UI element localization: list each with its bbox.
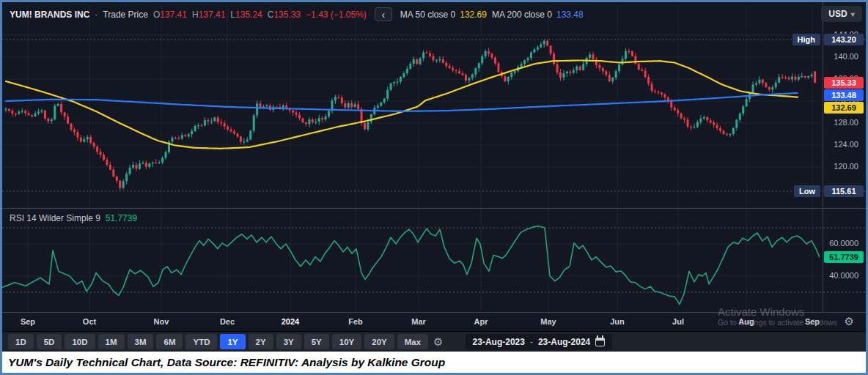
currency-dropdown[interactable]: USD ▾	[821, 6, 862, 22]
chevron-down-icon: ▾	[851, 10, 855, 18]
range-button-6m[interactable]: 6M	[156, 334, 183, 349]
high-value-badge: 143.20	[824, 34, 864, 45]
date-separator: -	[530, 337, 533, 347]
month-label-sep[interactable]: Sep	[798, 317, 827, 326]
month-label-nov[interactable]: Nov	[147, 317, 176, 326]
range-button-1y[interactable]: 1Y	[220, 334, 245, 349]
rsi-tick-label: 40.0000	[814, 271, 858, 280]
ohlc-high: H137.41	[192, 10, 225, 20]
low-label-chip: Low	[794, 185, 820, 197]
legend-separator: ·	[95, 10, 98, 20]
ohlc-open: O137.41	[153, 10, 187, 20]
month-label-dec[interactable]: Dec	[213, 317, 242, 326]
month-label-jul[interactable]: Jul	[663, 317, 693, 326]
caption-bar: YUM's Daily Technical Chart, Data Source…	[2, 352, 866, 373]
axis-settings-gear-icon[interactable]: ⚙	[845, 315, 854, 328]
month-label-may[interactable]: May	[534, 317, 563, 326]
price-tick-label: 140.00	[814, 52, 858, 61]
range-button-10d[interactable]: 10D	[65, 334, 95, 349]
candlestick-series[interactable]	[5, 40, 817, 191]
currency-label: USD	[828, 9, 847, 19]
ma50-price-badge: 132.69	[824, 102, 864, 114]
range-button-2y[interactable]: 2Y	[249, 334, 273, 349]
date-to: 23-Aug-2024	[538, 337, 590, 347]
month-label-2024[interactable]: 2024	[276, 317, 305, 326]
date-range-picker[interactable]: 23-Aug-2023-23-Aug-2024	[466, 334, 613, 350]
price-tick-label: 124.00	[814, 140, 858, 149]
month-label-feb[interactable]: Feb	[341, 317, 370, 326]
month-label-mar[interactable]: Mar	[404, 317, 433, 326]
ma50-line[interactable]	[6, 61, 798, 149]
range-button-20y[interactable]: 20Y	[364, 334, 394, 349]
gridlines	[2, 5, 823, 313]
ma200-line[interactable]	[6, 93, 798, 111]
chart-area: YUM! BRANDS INC · Trade Price O137.41 H1…	[2, 2, 866, 350]
rsi-tick-label: 60.0000	[814, 239, 858, 248]
price-tick-label: 128.00	[814, 118, 858, 127]
range-button-1m[interactable]: 1M	[98, 334, 125, 349]
date-from: 23-Aug-2023	[473, 337, 525, 347]
legend-row: YUM! BRANDS INC · Trade Price O137.41 H1…	[10, 7, 584, 21]
change-value: −1.43 (−1.05%)	[306, 10, 367, 20]
caption-text: YUM's Daily Technical Chart, Data Source…	[8, 356, 445, 369]
range-button-ytd[interactable]: YTD	[185, 334, 217, 349]
range-button-5d[interactable]: 5D	[37, 334, 62, 349]
range-button-1d[interactable]: 1D	[8, 334, 34, 349]
series-label: Trade Price	[103, 10, 148, 20]
high-label-chip: High	[792, 34, 820, 45]
range-button-3m[interactable]: 3M	[128, 334, 154, 349]
last-price-badge: 135.33	[824, 77, 864, 89]
calendar-icon	[595, 338, 605, 346]
rsi-indicator-legend[interactable]: RSI 14 Wilder Simple 9 51.7739	[10, 213, 137, 223]
range-button-3y[interactable]: 3Y	[276, 334, 301, 349]
chart-window: YUM! BRANDS INC · Trade Price O137.41 H1…	[0, 0, 868, 375]
timeframe-toolbar: 1D5D10D1M3M6MYTD1Y2Y3Y5Y10Y20YMax⚙23-Aug…	[2, 331, 866, 352]
low-value-badge: 115.61	[824, 185, 864, 197]
range-button-10y[interactable]: 10Y	[332, 334, 361, 349]
dashed-levels	[2, 40, 866, 292]
rsi-value-badge: 51.7739	[824, 251, 864, 263]
month-label-apr[interactable]: Apr	[466, 317, 496, 326]
month-label-oct[interactable]: Oct	[75, 317, 104, 326]
price-tick-label: 120.00	[814, 162, 858, 171]
time-axis[interactable]: ⚙ SepOctNovDec2024FebMarAprMayJunJulAugS…	[2, 313, 866, 331]
ma200-price-badge: 133.48	[824, 89, 864, 101]
month-label-sep[interactable]: Sep	[13, 317, 43, 326]
chevron-left-icon[interactable]: ‹	[375, 7, 392, 21]
month-label-aug[interactable]: Aug	[732, 317, 761, 326]
ma200-legend[interactable]: MA 200 close 0133.48	[492, 10, 584, 20]
range-button-5y[interactable]: 5Y	[304, 334, 329, 349]
ohlc-close: C135.33	[268, 10, 301, 20]
symbol-name: YUM! BRANDS INC	[10, 10, 89, 20]
ohlc-low: L135.24	[230, 10, 262, 20]
range-button-max[interactable]: Max	[397, 334, 428, 349]
ma50-legend[interactable]: MA 50 close 0132.69	[400, 10, 487, 20]
toolbar-settings-gear-icon[interactable]: ⚙	[433, 335, 443, 349]
rsi-line[interactable]	[2, 226, 820, 305]
month-label-jun[interactable]: Jun	[603, 317, 632, 326]
price-rsi-chart[interactable]	[2, 2, 866, 313]
